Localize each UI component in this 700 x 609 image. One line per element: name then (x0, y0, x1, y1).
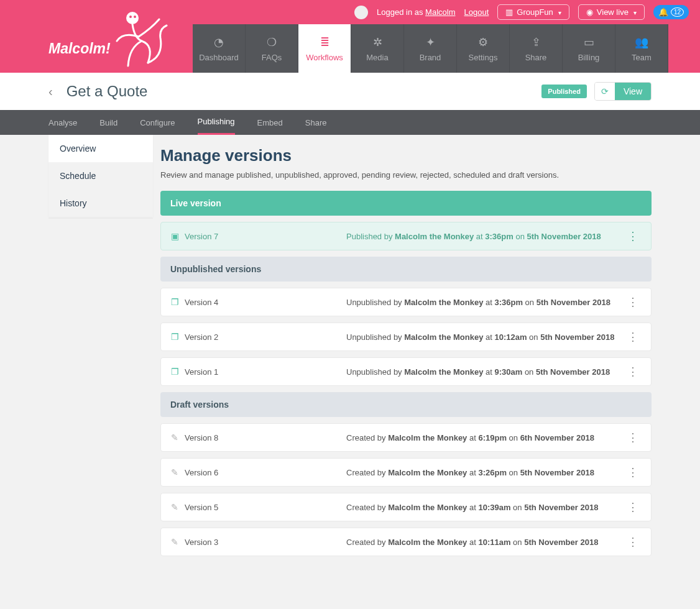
settings-icon: ⚙ (478, 35, 488, 49)
org-label: GroupFun (517, 7, 553, 17)
monkey-logo-icon (111, 7, 173, 75)
nav-team[interactable]: 👥Team (615, 24, 668, 73)
version-name: Version 8 (185, 433, 346, 442)
version-meta: Created by Malcolm the Monkey at 10:39am… (346, 503, 625, 512)
billing-icon: ▭ (584, 35, 594, 49)
version-row[interactable]: ✎Version 8Created by Malcolm the Monkey … (160, 423, 652, 452)
content: OverviewScheduleHistory Manage versions … (0, 135, 700, 600)
version-name: Version 1 (185, 367, 346, 377)
logout-link[interactable]: Logout (464, 7, 489, 17)
view-live-button[interactable]: ◉ View live (578, 4, 645, 20)
version-name: Version 4 (185, 298, 346, 307)
notification-count: 12 (671, 7, 684, 17)
primary-nav: ◔Dashboard❍FAQs≣Workflows✲Media✦Brand⚙Se… (193, 24, 700, 73)
logged-prefix: Logged in as (377, 7, 425, 17)
version-row[interactable]: ✎Version 3Created by Malcolm the Monkey … (160, 528, 652, 556)
sidebar-item-overview[interactable]: Overview (48, 135, 153, 162)
avatar[interactable] (354, 6, 368, 19)
row-menu-button[interactable]: ⋮ (625, 233, 641, 239)
view-live-label: View live (597, 7, 629, 17)
version-icon: ✎ (171, 537, 185, 547)
version-icon: ✎ (171, 502, 185, 512)
notifications-button[interactable]: 🔔 12 (653, 5, 689, 19)
live-group-header: Live version (160, 191, 652, 216)
row-menu-button[interactable]: ⋮ (625, 539, 641, 545)
version-meta: Created by Malcolm the Monkey at 10:11am… (346, 538, 625, 547)
bars-icon: ▥ (505, 7, 513, 17)
main-panel: Manage versions Review and manage publis… (153, 135, 652, 562)
version-row[interactable]: ❐Version 2Unpublished by Malcolm the Mon… (160, 323, 652, 351)
nav-label: FAQs (262, 53, 282, 62)
sidebar-item-schedule[interactable]: Schedule (48, 162, 153, 190)
sync-icon: ⟳ (595, 83, 615, 100)
row-menu-button[interactable]: ⋮ (625, 504, 641, 510)
version-meta: Unpublished by Malcolm the Monkey at 3:3… (346, 298, 625, 307)
tab-configure[interactable]: Configure (140, 110, 175, 135)
row-menu-button[interactable]: ⋮ (625, 299, 641, 305)
row-menu-button[interactable]: ⋮ (625, 469, 641, 475)
nav-label: Billing (578, 53, 600, 62)
nav-faqs[interactable]: ❍FAQs (246, 24, 298, 73)
version-row-live[interactable]: ▣ Version 7 Published by Malcolm the Mon… (160, 222, 652, 250)
workflows-icon: ≣ (320, 35, 329, 49)
username-link[interactable]: Malcolm (425, 7, 455, 17)
nav-label: Dashboard (199, 53, 239, 62)
version-icon: ✎ (171, 433, 185, 442)
version-row[interactable]: ❐Version 1Unpublished by Malcolm the Mon… (160, 357, 652, 386)
org-switcher[interactable]: ▥ GroupFun (497, 4, 569, 20)
eye-icon: ◉ (586, 7, 593, 17)
header: Malcolm! ◔Dashboard❍FAQs≣Workflows✲Media… (0, 24, 700, 73)
tab-publishing[interactable]: Publishing (198, 110, 235, 135)
nav-workflows[interactable]: ≣Workflows (298, 24, 351, 73)
media-icon: ✲ (373, 35, 382, 49)
unpublished-group-header: Unpublished versions (160, 257, 652, 282)
version-name: Version 2 (185, 332, 346, 342)
tab-build[interactable]: Build (99, 110, 117, 135)
tab-analyse[interactable]: Analyse (48, 110, 77, 135)
nav-label: Media (366, 53, 388, 62)
nav-settings[interactable]: ⚙Settings (457, 24, 510, 73)
faqs-icon: ❍ (267, 35, 277, 49)
nav-dashboard[interactable]: ◔Dashboard (193, 24, 246, 73)
version-meta: Unpublished by Malcolm the Monkey at 9:3… (346, 367, 625, 377)
sidebar-item-history[interactable]: History (48, 190, 153, 217)
version-row[interactable]: ✎Version 5Created by Malcolm the Monkey … (160, 493, 652, 521)
svg-point-1 (129, 16, 132, 18)
brand-name: Malcolm! (48, 40, 111, 57)
chevron-down-icon (557, 7, 561, 17)
version-icon: ❐ (171, 367, 185, 377)
utility-bar: Logged in as Malcolm Logout ▥ GroupFun ◉… (0, 0, 700, 24)
nav-label: Share (525, 53, 547, 62)
back-button[interactable]: ‹ (48, 85, 53, 99)
version-meta: Created by Malcolm the Monkey at 3:26pm … (346, 468, 625, 477)
version-icon: ✎ (171, 467, 185, 477)
version-meta: Published by Malcolm the Monkey at 3:36p… (346, 232, 625, 241)
version-row[interactable]: ✎Version 6Created by Malcolm the Monkey … (160, 458, 652, 487)
row-menu-button[interactable]: ⋮ (625, 434, 641, 441)
chevron-down-icon (632, 7, 637, 17)
sub-nav: AnalyseBuildConfigurePublishingEmbedShar… (0, 110, 700, 135)
live-icon: ▣ (171, 231, 185, 241)
bell-icon: 🔔 (658, 7, 668, 17)
view-label: View (615, 83, 651, 100)
nav-media[interactable]: ✲Media (351, 24, 404, 73)
view-button[interactable]: ⟳ View (594, 82, 652, 101)
logo[interactable]: Malcolm! (0, 24, 193, 73)
title-bar: ‹ Get a Quote Published ⟳ View (0, 73, 700, 110)
nav-brand[interactable]: ✦Brand (404, 24, 457, 73)
row-menu-button[interactable]: ⋮ (625, 334, 641, 340)
version-icon: ❐ (171, 297, 185, 307)
version-row[interactable]: ❐Version 4Unpublished by Malcolm the Mon… (160, 288, 652, 316)
dashboard-icon: ◔ (214, 35, 224, 49)
nav-share[interactable]: ⇪Share (510, 24, 563, 73)
tab-embed[interactable]: Embed (257, 110, 283, 135)
nav-billing[interactable]: ▭Billing (563, 24, 615, 73)
version-icon: ❐ (171, 332, 185, 342)
svg-point-0 (126, 12, 139, 24)
version-meta: Unpublished by Malcolm the Monkey at 10:… (346, 332, 625, 342)
nav-label: Brand (420, 53, 441, 62)
tab-share[interactable]: Share (305, 110, 327, 135)
version-meta: Created by Malcolm the Monkey at 6:19pm … (346, 433, 625, 442)
row-menu-button[interactable]: ⋮ (625, 369, 641, 375)
section-heading: Manage versions (160, 146, 652, 165)
